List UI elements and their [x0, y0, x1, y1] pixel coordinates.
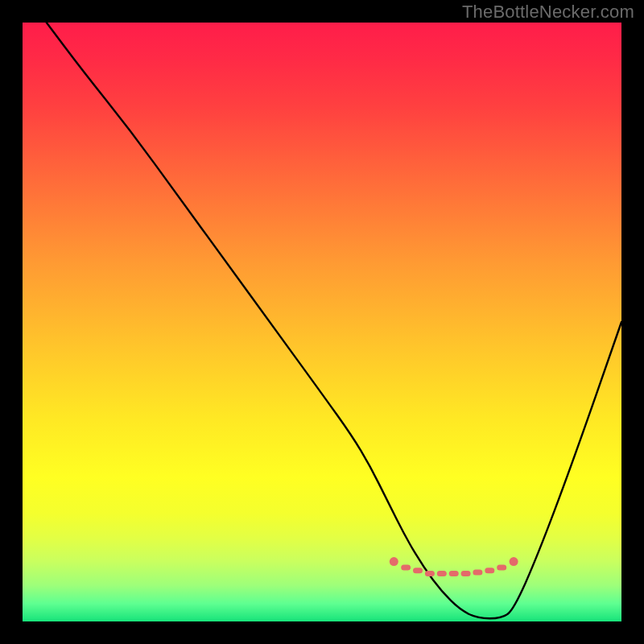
- flat-region-dash: [425, 571, 435, 576]
- watermark-label: TheBottleNecker.com: [462, 2, 634, 23]
- flat-region-dash: [437, 571, 447, 576]
- flat-region-dot: [510, 557, 518, 566]
- flat-region-markers: [390, 557, 518, 576]
- flat-region-dash: [401, 565, 411, 571]
- plot-area: [23, 23, 621, 621]
- flat-region-dash: [413, 568, 423, 573]
- chart-frame: TheBottleNecker.com: [0, 0, 644, 644]
- flat-region-dash: [485, 568, 494, 573]
- flat-region-dash: [473, 570, 482, 576]
- bottleneck-curve-svg: [23, 23, 621, 621]
- flat-region-dash: [461, 571, 471, 576]
- flat-region-dot: [390, 557, 398, 566]
- bottleneck-curve-path: [47, 23, 621, 618]
- flat-region-dash: [497, 565, 506, 571]
- flat-region-dash: [449, 571, 459, 576]
